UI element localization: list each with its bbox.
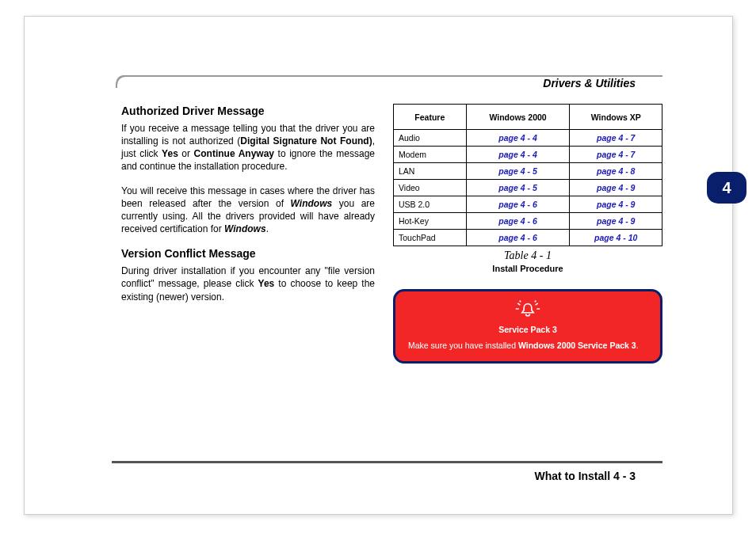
cell-page-win2000[interactable]: page 4 - 6 [466, 196, 570, 213]
table-subcaption: Install Procedure [393, 264, 662, 273]
cell-page-win2000[interactable]: page 4 - 6 [466, 230, 570, 246]
cell-feature: Hot-Key [394, 213, 467, 230]
cell-page-winxp[interactable]: page 4 - 7 [570, 147, 662, 163]
section-title: Drivers & Utilities [543, 77, 636, 89]
table-row: Audiopage 4 - 4page 4 - 7 [394, 130, 662, 147]
footer-rule [112, 461, 662, 463]
th-winxp: Windows XP [570, 105, 662, 130]
warning-box: Service Pack 3 Make sure you have instal… [393, 289, 662, 364]
table-body: Audiopage 4 - 4page 4 - 7Modempage 4 - 4… [394, 130, 662, 246]
cell-feature: LAN [394, 163, 467, 180]
table-header-row: Feature Windows 2000 Windows XP [394, 105, 662, 130]
table-row: Videopage 4 - 5page 4 - 9 [394, 180, 662, 196]
para-3: During driver installation if you encoun… [121, 265, 375, 303]
cell-feature: Audio [394, 130, 467, 147]
left-column: Authorized Driver Message If you receive… [121, 104, 375, 314]
table-row: USB 2.0page 4 - 6page 4 - 9 [394, 196, 662, 213]
cell-page-winxp[interactable]: page 4 - 9 [570, 196, 662, 213]
cell-page-winxp[interactable]: page 4 - 9 [570, 213, 662, 230]
table-row: TouchPadpage 4 - 6page 4 - 10 [394, 230, 662, 246]
right-column: Feature Windows 2000 Windows XP Audiopag… [393, 104, 662, 364]
th-win2000: Windows 2000 [466, 105, 570, 130]
cell-page-winxp[interactable]: page 4 - 10 [570, 230, 662, 246]
footer-text: What to Install 4 - 3 [534, 470, 636, 482]
cell-page-win2000[interactable]: page 4 - 4 [466, 130, 570, 147]
cell-page-win2000[interactable]: page 4 - 6 [466, 213, 570, 230]
cell-feature: Video [394, 180, 467, 196]
alarm-bell-icon [408, 299, 647, 320]
table-row: Hot-Keypage 4 - 6page 4 - 9 [394, 213, 662, 230]
chapter-tab: 4 [707, 172, 746, 204]
cell-page-win2000[interactable]: page 4 - 5 [466, 180, 570, 196]
cell-feature: TouchPad [394, 230, 467, 246]
table-row: Modempage 4 - 4page 4 - 7 [394, 147, 662, 163]
table-row: LANpage 4 - 5page 4 - 8 [394, 163, 662, 180]
chapter-number: 4 [722, 179, 731, 197]
heading-authorized-driver: Authorized Driver Message [121, 104, 375, 119]
heading-version-conflict: Version Conflict Message [121, 246, 375, 261]
warning-body: Make sure you have installed Windows 200… [408, 341, 647, 350]
cell-page-winxp[interactable]: page 4 - 7 [570, 130, 662, 147]
para-2: You will receive this message in cases w… [121, 185, 375, 236]
page: 4 Drivers & Utilities Authorized Driver … [24, 16, 733, 515]
cell-feature: Modem [394, 147, 467, 163]
warning-title: Service Pack 3 [408, 325, 647, 334]
cell-page-winxp[interactable]: page 4 - 8 [570, 163, 662, 180]
cell-page-win2000[interactable]: page 4 - 4 [466, 147, 570, 163]
cell-feature: USB 2.0 [394, 196, 467, 213]
install-procedure-table: Feature Windows 2000 Windows XP Audiopag… [393, 104, 662, 246]
cell-page-winxp[interactable]: page 4 - 9 [570, 180, 662, 196]
para-1: If you receive a message telling you tha… [121, 122, 375, 173]
cell-page-win2000[interactable]: page 4 - 5 [466, 163, 570, 180]
th-feature: Feature [394, 105, 467, 130]
table-caption: Table 4 - 1 [393, 249, 662, 262]
